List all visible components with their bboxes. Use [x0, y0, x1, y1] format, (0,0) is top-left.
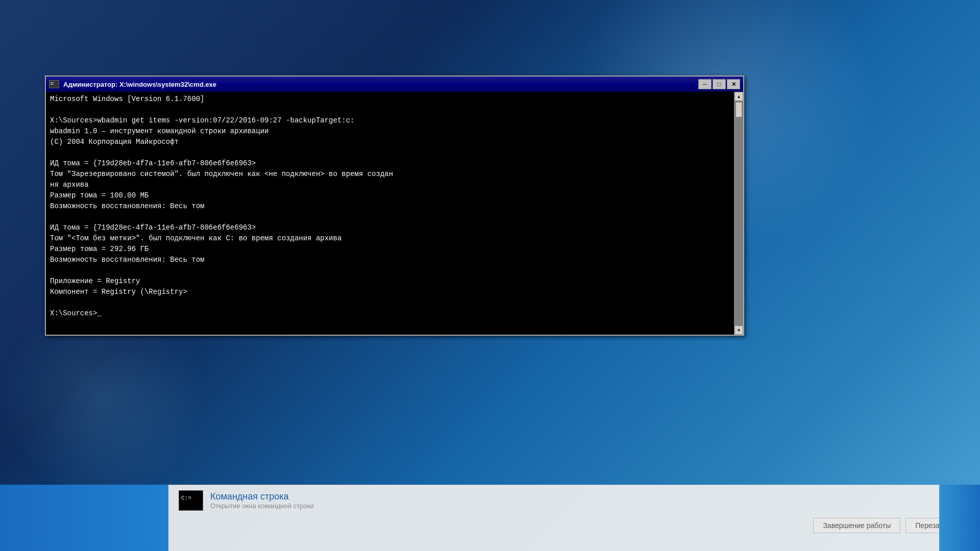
- taskbar-popup-buttons: Завершение работы Перезагрузка: [179, 518, 970, 533]
- window-controls: ─ □ ✕: [698, 79, 740, 89]
- cmd-title: Администратор: X:\windows\system32\cmd.e…: [63, 81, 698, 88]
- scrollbar-up-button[interactable]: ▲: [734, 92, 743, 101]
- cmd-icon: [49, 80, 59, 88]
- scrollbar-down-button[interactable]: ▼: [734, 325, 743, 335]
- cmd-output: Microsoft Windows [Version 6.1.7600] X:\…: [50, 94, 739, 319]
- shutdown-button[interactable]: Завершение работы: [813, 518, 900, 533]
- cmd-scrollbar[interactable]: ▲ ▼: [734, 92, 743, 335]
- maximize-button[interactable]: □: [713, 79, 726, 89]
- cmd-body: Microsoft Windows [Version 6.1.7600] X:\…: [46, 92, 743, 335]
- taskbar-popup-text: Командная строка Открытие окна командной…: [210, 491, 313, 510]
- scrollbar-track: [734, 101, 743, 325]
- taskbar-left: [0, 485, 168, 551]
- close-button[interactable]: ✕: [727, 79, 740, 89]
- taskbar-popup: Командная строка Открытие окна командной…: [168, 485, 980, 551]
- cmd-titlebar: Администратор: X:\windows\system32\cmd.e…: [46, 77, 743, 92]
- taskbar-popup-header: Командная строка Открытие окна командной…: [179, 490, 970, 511]
- cmd-window: Администратор: X:\windows\system32\cmd.e…: [45, 76, 744, 336]
- taskbar-popup-title: Командная строка: [210, 491, 313, 502]
- taskbar-right: [939, 485, 980, 551]
- taskbar-popup-description: Открытие окна командной строки: [210, 502, 313, 510]
- taskbar-cmd-icon: [179, 490, 203, 511]
- minimize-button[interactable]: ─: [698, 79, 712, 89]
- scrollbar-thumb[interactable]: [736, 102, 742, 117]
